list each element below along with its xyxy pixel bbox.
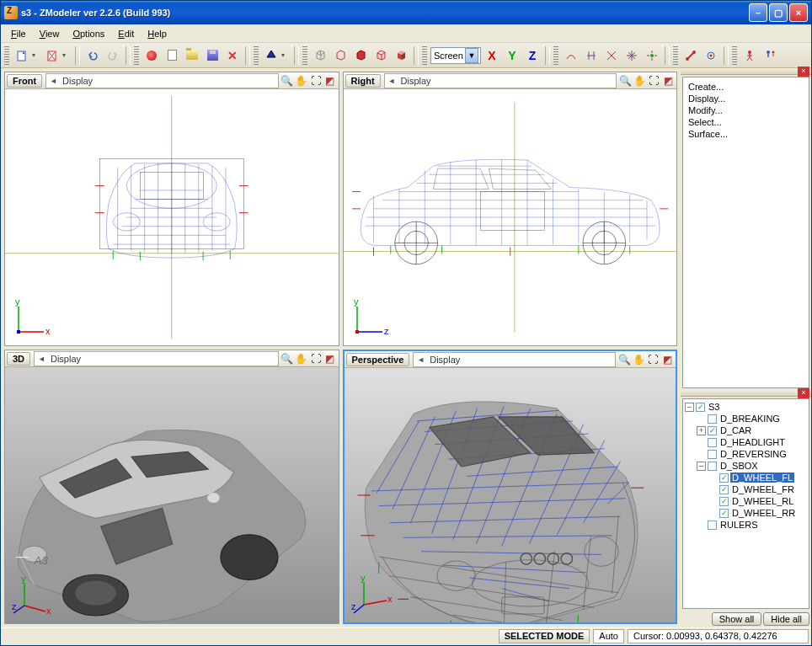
menu-file[interactable]: File <box>4 27 33 40</box>
menu-view[interactable]: View <box>33 27 67 40</box>
fit-icon[interactable]: ⛶ <box>647 74 660 88</box>
settings-icon[interactable]: ◩ <box>323 74 337 88</box>
viewport-right-label[interactable]: Right <box>345 74 381 88</box>
cube-solid-icon[interactable] <box>392 46 410 65</box>
toolbar-grip[interactable] <box>4 46 9 65</box>
pan-icon[interactable]: ✋ <box>295 352 308 366</box>
tool-record[interactable] <box>142 46 161 65</box>
tree-checkbox[interactable] <box>708 521 717 530</box>
cube-wire-icon[interactable] <box>311 46 329 65</box>
viewport-3d-canvas[interactable]: A3 xyz <box>5 367 339 623</box>
zoom-icon[interactable]: 🔍 <box>618 74 632 88</box>
tree-d-wheel-rr[interactable]: D_WHEEL_RR <box>730 508 797 518</box>
viewport-right[interactable]: Right ◄Display 🔍 ✋ ⛶ ◩ <box>343 72 678 346</box>
tree-checkbox[interactable] <box>708 414 717 424</box>
tool-undo[interactable] <box>83 46 102 65</box>
tool-open[interactable] <box>183 46 201 65</box>
tool-material[interactable] <box>262 46 280 65</box>
minimize-button[interactable]: – <box>749 3 767 22</box>
close-button[interactable]: × <box>789 3 808 22</box>
cube-edge-icon[interactable] <box>371 46 390 65</box>
tree-d-wheel-fr[interactable]: D_WHEEL_FR <box>730 484 796 494</box>
status-mode[interactable]: SELECTED MODE <box>499 629 590 643</box>
tool-bone-2[interactable] <box>702 46 720 65</box>
tree-d-reversing[interactable]: D_REVERSING <box>719 449 788 459</box>
tree-d-wheel-fl[interactable]: D_WHEEL_FL <box>730 472 794 483</box>
settings-icon[interactable]: ◩ <box>323 352 337 366</box>
tree-d-car[interactable]: D_CAR <box>719 425 753 435</box>
tree-checkbox[interactable] <box>708 462 717 471</box>
fit-icon[interactable]: ⛶ <box>309 352 323 366</box>
cube-select-icon[interactable] <box>331 46 350 65</box>
tree-checkbox[interactable] <box>708 450 717 459</box>
tree-panel-head[interactable]: × <box>681 390 811 397</box>
tree-checkbox[interactable]: ✓ <box>719 485 729 494</box>
tool-explode[interactable] <box>643 46 661 65</box>
commands-panel-head[interactable]: × <box>681 68 811 75</box>
fit-icon[interactable]: ⛶ <box>646 353 660 366</box>
nav-prev-icon[interactable]: ◄ <box>48 77 59 85</box>
tool-delete[interactable] <box>43 46 61 65</box>
cmd-modify[interactable]: Modify... <box>686 104 805 116</box>
menu-help[interactable]: Help <box>141 27 174 40</box>
zoom-icon[interactable]: 🔍 <box>617 353 631 366</box>
scene-tree[interactable]: –✓S3 D_BREAKING +✓D_CAR D_HEADLIGHT D_RE… <box>682 398 809 609</box>
zoom-icon[interactable]: 🔍 <box>280 74 294 88</box>
nav-prev-icon[interactable]: ◄ <box>36 355 47 363</box>
axis-x-button[interactable]: X <box>483 46 501 65</box>
zoom-icon[interactable]: 🔍 <box>280 352 294 366</box>
axis-z-button[interactable]: Z <box>523 46 542 65</box>
tree-checkbox[interactable]: ✓ <box>696 403 705 412</box>
tree-d-headlight[interactable]: D_HEADLIGHT <box>719 437 787 447</box>
tree-checkbox[interactable]: ✓ <box>719 509 729 518</box>
viewport-perspective-label[interactable]: Perspective <box>346 353 410 366</box>
tree-toggle[interactable]: + <box>697 426 706 435</box>
nav-prev-icon[interactable]: ◄ <box>415 355 426 364</box>
tool-redo[interactable] <box>104 46 122 65</box>
show-all-button[interactable]: Show all <box>712 612 762 626</box>
tree-checkbox[interactable]: ✓ <box>708 426 717 435</box>
hide-all-button[interactable]: Hide all <box>763 612 809 626</box>
maximize-button[interactable]: ▢ <box>769 3 788 22</box>
tool-curve-1[interactable] <box>562 46 580 65</box>
menu-options[interactable]: Options <box>66 27 111 40</box>
tree-toggle[interactable]: – <box>697 462 706 471</box>
tool-page[interactable] <box>163 46 181 65</box>
viewport-perspective-canvas[interactable]: ◯◯◯◯ xyz <box>345 368 676 622</box>
tree-d-sbox[interactable]: D_SBOX <box>719 461 760 471</box>
tool-star[interactable] <box>622 46 641 65</box>
tree-rulers[interactable]: RULERS <box>719 520 760 530</box>
view-combo[interactable]: Screen <box>430 47 481 64</box>
figure-assign-icon[interactable] <box>761 46 779 65</box>
viewport-right-canvas[interactable]: zy <box>344 89 677 345</box>
fit-icon[interactable]: ⛶ <box>309 74 323 88</box>
tool-remove[interactable]: ✕ <box>223 46 242 65</box>
axis-y-button[interactable]: Y <box>503 46 521 65</box>
tree-checkbox[interactable]: ✓ <box>719 473 729 483</box>
tool-new[interactable] <box>13 46 31 65</box>
tool-split[interactable] <box>582 46 601 65</box>
viewport-3d-label[interactable]: 3D <box>7 352 30 366</box>
tree-d-breaking[interactable]: D_BREAKING <box>719 414 782 424</box>
cmd-surface[interactable]: Surface... <box>686 128 805 140</box>
cube-face-icon[interactable] <box>351 46 370 65</box>
tool-bone-1[interactable] <box>681 46 700 65</box>
cmd-select[interactable]: Select... <box>686 116 805 128</box>
settings-icon[interactable]: ◩ <box>660 353 674 366</box>
tree-d-wheel-rl[interactable]: D_WHEEL_RL <box>730 496 795 506</box>
tree-checkbox[interactable] <box>708 438 717 447</box>
viewport-front-label[interactable]: Front <box>7 74 42 88</box>
nav-prev-icon[interactable]: ◄ <box>387 77 398 85</box>
cmd-display[interactable]: Display... <box>686 93 805 104</box>
menu-edit[interactable]: Edit <box>111 27 141 40</box>
pan-icon[interactable]: ✋ <box>295 74 308 88</box>
pan-icon[interactable]: ✋ <box>633 74 646 88</box>
figure-walk-icon[interactable] <box>740 46 759 65</box>
tree-checkbox[interactable]: ✓ <box>719 497 729 506</box>
viewport-3d[interactable]: 3D ◄Display 🔍 ✋ ⛶ ◩ <box>4 350 339 624</box>
settings-icon[interactable]: ◩ <box>661 74 675 88</box>
cmd-create[interactable]: Create... <box>686 81 805 93</box>
viewport-front[interactable]: Front ◄Display 🔍 ✋ ⛶ ◩ <box>4 72 339 346</box>
tool-cross[interactable] <box>602 46 621 65</box>
tree-s3[interactable]: S3 <box>707 402 721 412</box>
